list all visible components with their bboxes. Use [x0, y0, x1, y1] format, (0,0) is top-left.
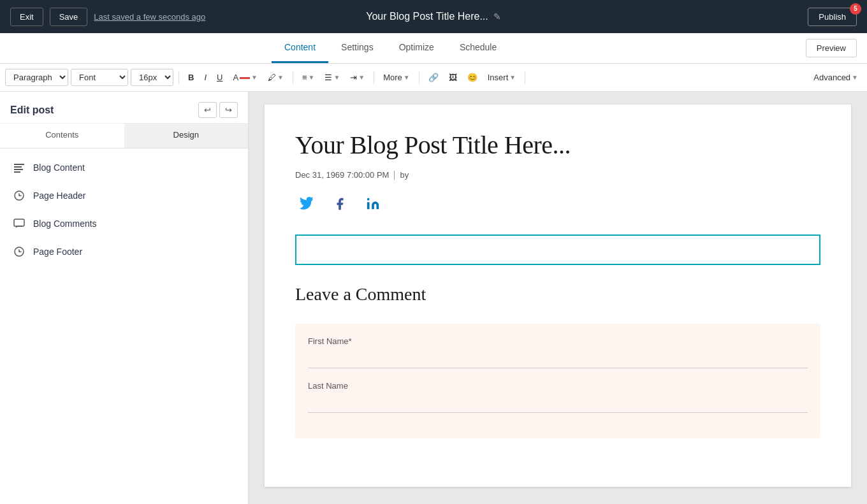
svg-rect-3: [14, 171, 20, 173]
blog-comments-label: Blog Comments: [33, 219, 97, 229]
tab-content[interactable]: Content: [272, 33, 328, 63]
toolbar-divider-3: [374, 71, 374, 84]
firstname-field: First Name*: [308, 336, 808, 368]
color-chevron: ▼: [251, 74, 258, 81]
size-select[interactable]: 16px: [131, 69, 173, 86]
publish-badge: 5: [850, 3, 861, 15]
font-select[interactable]: Font: [71, 69, 128, 86]
sidebar-items: Blog Content Page Header: [0, 148, 248, 271]
italic-button[interactable]: I: [200, 70, 210, 85]
toolbar-divider-5: [525, 71, 525, 84]
toolbar-divider-2: [293, 71, 293, 84]
underline-button[interactable]: U: [213, 70, 226, 85]
align-button[interactable]: ≡ ▼: [298, 70, 319, 85]
content-area: Your Blog Post Title Here... Dec 31, 196…: [249, 92, 867, 504]
comment-form: First Name* Last Name: [295, 324, 820, 438]
svg-rect-2: [14, 169, 23, 170]
toolbar-divider-1: [178, 71, 179, 84]
page-title: Your Blog Post Title Here... ✎: [366, 11, 501, 22]
sidebar-item-blog-comments[interactable]: Blog Comments: [0, 210, 248, 238]
lastname-input[interactable]: [308, 394, 808, 413]
meta-by: by: [400, 170, 409, 180]
top-bar-right: Publish 5: [808, 8, 857, 26]
redo-button[interactable]: ↪: [219, 102, 238, 118]
sidebar: Edit post ↩ ↪ Contents Design: [0, 92, 249, 504]
text-color-button[interactable]: A ▼: [229, 70, 261, 85]
tab-bar: Content Settings Optimize Schedule Previ…: [0, 33, 867, 64]
emoji-button[interactable]: 😊: [463, 70, 481, 85]
list-button[interactable]: ☰ ▼: [321, 70, 344, 85]
preview-button[interactable]: Preview: [806, 39, 857, 57]
blog-post-title[interactable]: Your Blog Post Title Here...: [295, 130, 820, 160]
advanced-button[interactable]: Advanced ▼: [810, 70, 862, 85]
linkedin-icon[interactable]: [361, 192, 384, 215]
facebook-icon[interactable]: [328, 192, 351, 215]
page-footer-icon: [13, 245, 26, 258]
svg-rect-0: [14, 164, 24, 165]
indent-button[interactable]: ⇥ ▼: [346, 70, 368, 85]
tab-optimize[interactable]: Optimize: [386, 33, 447, 63]
main-layout: Edit post ↩ ↪ Contents Design: [0, 92, 867, 504]
content-editor-area[interactable]: [295, 234, 820, 265]
tab-settings[interactable]: Settings: [328, 33, 386, 63]
sidebar-tab-contents[interactable]: Contents: [0, 124, 124, 148]
meta-separator: [394, 171, 395, 180]
page-footer-label: Page Footer: [33, 247, 82, 257]
sidebar-item-blog-content[interactable]: Blog Content: [0, 154, 248, 182]
edit-title-icon[interactable]: ✎: [493, 11, 501, 22]
page-header-label: Page Header: [33, 191, 86, 201]
blog-content-icon: [13, 161, 26, 174]
title-text: Your Blog Post Title Here...: [366, 11, 488, 22]
color-bar: [240, 77, 250, 79]
highlight-button[interactable]: 🖊 ▼: [264, 70, 288, 85]
lastname-field: Last Name: [308, 381, 808, 413]
svg-point-7: [367, 198, 370, 201]
page-header-icon: [13, 189, 26, 202]
firstname-label: First Name*: [308, 336, 808, 346]
color-indicator: A: [233, 73, 250, 82]
sidebar-title: Edit post: [10, 104, 54, 116]
leave-comment-heading: Leave a Comment: [295, 284, 820, 305]
bold-button[interactable]: B: [184, 70, 198, 85]
social-icons: [295, 192, 820, 215]
main-tabs: Content Settings Optimize Schedule: [272, 33, 806, 63]
editor-toolbar: Paragraph Font 16px B I U A ▼ 🖊 ▼ ≡ ▼ ☰ …: [0, 64, 867, 92]
publish-button[interactable]: Publish 5: [808, 8, 857, 26]
last-saved-text[interactable]: Last saved a few seconds ago: [94, 12, 205, 22]
exit-button[interactable]: Exit: [10, 8, 43, 26]
twitter-icon[interactable]: [295, 192, 318, 215]
svg-rect-5: [14, 219, 24, 226]
meta-date: Dec 31, 1969 7:00:00 PM: [295, 170, 389, 180]
insert-button[interactable]: Insert ▼: [484, 70, 520, 85]
paragraph-select[interactable]: Paragraph: [5, 69, 68, 86]
lastname-label: Last Name: [308, 381, 808, 391]
blog-comments-icon: [13, 217, 26, 230]
tab-schedule[interactable]: Schedule: [447, 33, 509, 63]
blog-meta: Dec 31, 1969 7:00:00 PM by: [295, 170, 820, 180]
blog-content-label: Blog Content: [33, 162, 85, 173]
undo-redo-controls: ↩ ↪: [198, 102, 238, 118]
page-canvas: Your Blog Post Title Here... Dec 31, 196…: [265, 104, 851, 487]
sidebar-tab-design[interactable]: Design: [124, 124, 249, 148]
svg-rect-1: [14, 166, 22, 168]
undo-button[interactable]: ↩: [198, 102, 217, 118]
save-button[interactable]: Save: [50, 8, 88, 26]
sidebar-item-page-header[interactable]: Page Header: [0, 182, 248, 210]
image-button[interactable]: 🖼: [445, 70, 461, 85]
firstname-input[interactable]: [308, 350, 808, 368]
link-button[interactable]: 🔗: [425, 70, 442, 85]
top-bar: Exit Save Last saved a few seconds ago Y…: [0, 0, 867, 33]
more-button[interactable]: More ▼: [379, 70, 414, 85]
sidebar-header: Edit post ↩ ↪: [0, 92, 248, 124]
sidebar-tabs: Contents Design: [0, 124, 248, 148]
sidebar-item-page-footer[interactable]: Page Footer: [0, 238, 248, 266]
toolbar-divider-4: [419, 71, 419, 84]
